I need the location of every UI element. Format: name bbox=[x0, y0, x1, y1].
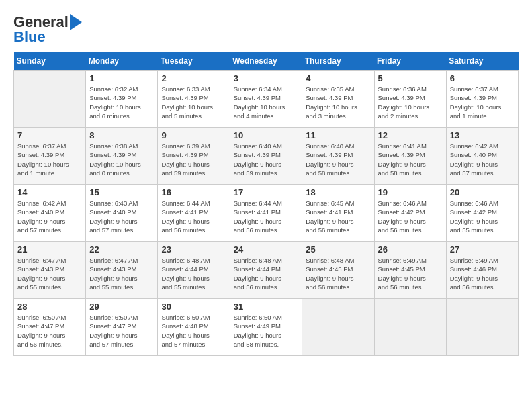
calendar-week-row: 7Sunrise: 6:37 AM Sunset: 4:39 PM Daylig… bbox=[14, 128, 519, 185]
day-info: Sunrise: 6:48 AM Sunset: 4:44 PM Dayligh… bbox=[234, 256, 299, 291]
day-info: Sunrise: 6:39 AM Sunset: 4:39 PM Dayligh… bbox=[161, 142, 226, 177]
calendar-cell: 31Sunrise: 6:50 AM Sunset: 4:49 PM Dayli… bbox=[230, 299, 302, 356]
day-info: Sunrise: 6:50 AM Sunset: 4:48 PM Dayligh… bbox=[161, 313, 226, 349]
day-info: Sunrise: 6:41 AM Sunset: 4:39 PM Dayligh… bbox=[378, 142, 443, 177]
day-info: Sunrise: 6:48 AM Sunset: 4:44 PM Dayligh… bbox=[161, 256, 226, 291]
day-info: Sunrise: 6:46 AM Sunset: 4:42 PM Dayligh… bbox=[450, 199, 515, 234]
day-number: 30 bbox=[161, 302, 226, 312]
day-number: 6 bbox=[450, 73, 515, 83]
calendar-cell: 10Sunrise: 6:40 AM Sunset: 4:39 PM Dayli… bbox=[230, 128, 302, 185]
day-number: 5 bbox=[378, 73, 443, 83]
day-info: Sunrise: 6:44 AM Sunset: 4:41 PM Dayligh… bbox=[161, 199, 226, 234]
day-info: Sunrise: 6:45 AM Sunset: 4:41 PM Dayligh… bbox=[306, 199, 370, 234]
day-info: Sunrise: 6:42 AM Sunset: 4:40 PM Dayligh… bbox=[450, 142, 515, 177]
day-info: Sunrise: 6:48 AM Sunset: 4:45 PM Dayligh… bbox=[306, 256, 370, 291]
calendar-cell: 21Sunrise: 6:47 AM Sunset: 4:43 PM Dayli… bbox=[14, 242, 86, 299]
day-info: Sunrise: 6:47 AM Sunset: 4:43 PM Dayligh… bbox=[89, 256, 154, 291]
calendar-cell: 19Sunrise: 6:46 AM Sunset: 4:42 PM Dayli… bbox=[374, 185, 446, 242]
header-wednesday: Wednesday bbox=[230, 52, 302, 71]
day-info: Sunrise: 6:50 AM Sunset: 4:49 PM Dayligh… bbox=[234, 313, 299, 349]
day-number: 10 bbox=[234, 130, 299, 140]
day-number: 19 bbox=[378, 187, 443, 197]
calendar-cell: 7Sunrise: 6:37 AM Sunset: 4:39 PM Daylig… bbox=[14, 128, 86, 185]
calendar-cell: 3Sunrise: 6:34 AM Sunset: 4:39 PM Daylig… bbox=[230, 71, 302, 128]
calendar-table: SundayMondayTuesdayWednesdayThursdayFrid… bbox=[13, 52, 519, 356]
day-number: 13 bbox=[450, 130, 515, 140]
header-monday: Monday bbox=[86, 52, 158, 71]
calendar-week-row: 14Sunrise: 6:42 AM Sunset: 4:40 PM Dayli… bbox=[14, 185, 519, 242]
calendar-cell: 9Sunrise: 6:39 AM Sunset: 4:39 PM Daylig… bbox=[158, 128, 230, 185]
calendar-cell: 28Sunrise: 6:50 AM Sunset: 4:47 PM Dayli… bbox=[14, 299, 86, 356]
header-tuesday: Tuesday bbox=[158, 52, 230, 71]
day-info: Sunrise: 6:38 AM Sunset: 4:39 PM Dayligh… bbox=[89, 142, 154, 177]
calendar-cell: 20Sunrise: 6:46 AM Sunset: 4:42 PM Dayli… bbox=[446, 185, 518, 242]
day-number: 4 bbox=[306, 73, 370, 83]
day-info: Sunrise: 6:33 AM Sunset: 4:39 PM Dayligh… bbox=[161, 85, 226, 120]
logo: General Blue bbox=[13, 13, 82, 46]
day-number: 27 bbox=[450, 244, 515, 255]
calendar-cell: 11Sunrise: 6:40 AM Sunset: 4:39 PM Dayli… bbox=[302, 128, 374, 185]
calendar-header-row: SundayMondayTuesdayWednesdayThursdayFrid… bbox=[14, 52, 519, 71]
day-number: 15 bbox=[89, 187, 154, 197]
calendar-week-row: 28Sunrise: 6:50 AM Sunset: 4:47 PM Dayli… bbox=[14, 299, 519, 356]
day-number: 3 bbox=[234, 73, 299, 83]
day-info: Sunrise: 6:40 AM Sunset: 4:39 PM Dayligh… bbox=[306, 142, 370, 177]
day-number: 18 bbox=[306, 187, 370, 197]
day-number: 14 bbox=[17, 187, 82, 197]
day-number: 26 bbox=[378, 244, 443, 255]
logo-blue: Blue bbox=[13, 28, 46, 46]
day-number: 8 bbox=[89, 130, 154, 140]
header-saturday: Saturday bbox=[446, 52, 518, 71]
page-header: General Blue bbox=[13, 13, 519, 46]
calendar-cell: 26Sunrise: 6:49 AM Sunset: 4:45 PM Dayli… bbox=[374, 242, 446, 299]
calendar-cell: 25Sunrise: 6:48 AM Sunset: 4:45 PM Dayli… bbox=[302, 242, 374, 299]
day-number: 1 bbox=[89, 73, 154, 83]
day-info: Sunrise: 6:32 AM Sunset: 4:39 PM Dayligh… bbox=[89, 85, 154, 120]
calendar-cell bbox=[14, 71, 86, 128]
calendar-cell: 13Sunrise: 6:42 AM Sunset: 4:40 PM Dayli… bbox=[446, 128, 518, 185]
day-info: Sunrise: 6:36 AM Sunset: 4:39 PM Dayligh… bbox=[378, 85, 443, 120]
day-info: Sunrise: 6:37 AM Sunset: 4:39 PM Dayligh… bbox=[17, 142, 82, 177]
calendar-cell: 8Sunrise: 6:38 AM Sunset: 4:39 PM Daylig… bbox=[86, 128, 158, 185]
calendar-cell: 24Sunrise: 6:48 AM Sunset: 4:44 PM Dayli… bbox=[230, 242, 302, 299]
day-number: 9 bbox=[161, 130, 226, 140]
calendar-cell: 14Sunrise: 6:42 AM Sunset: 4:40 PM Dayli… bbox=[14, 185, 86, 242]
calendar-cell: 1Sunrise: 6:32 AM Sunset: 4:39 PM Daylig… bbox=[86, 71, 158, 128]
day-info: Sunrise: 6:50 AM Sunset: 4:47 PM Dayligh… bbox=[89, 313, 154, 349]
day-info: Sunrise: 6:34 AM Sunset: 4:39 PM Dayligh… bbox=[234, 85, 299, 120]
calendar-cell: 23Sunrise: 6:48 AM Sunset: 4:44 PM Dayli… bbox=[158, 242, 230, 299]
day-info: Sunrise: 6:40 AM Sunset: 4:39 PM Dayligh… bbox=[234, 142, 299, 177]
header-friday: Friday bbox=[374, 52, 446, 71]
calendar-cell bbox=[446, 299, 518, 356]
calendar-cell: 15Sunrise: 6:43 AM Sunset: 4:40 PM Dayli… bbox=[86, 185, 158, 242]
day-number: 2 bbox=[161, 73, 226, 83]
day-info: Sunrise: 6:35 AM Sunset: 4:39 PM Dayligh… bbox=[306, 85, 370, 120]
day-info: Sunrise: 6:43 AM Sunset: 4:40 PM Dayligh… bbox=[89, 199, 154, 234]
logo-arrow-icon bbox=[70, 14, 82, 30]
day-number: 17 bbox=[234, 187, 299, 197]
day-info: Sunrise: 6:47 AM Sunset: 4:43 PM Dayligh… bbox=[17, 256, 82, 291]
calendar-cell: 16Sunrise: 6:44 AM Sunset: 4:41 PM Dayli… bbox=[158, 185, 230, 242]
day-info: Sunrise: 6:49 AM Sunset: 4:45 PM Dayligh… bbox=[378, 256, 443, 291]
day-number: 11 bbox=[306, 130, 370, 140]
header-thursday: Thursday bbox=[302, 52, 374, 71]
day-number: 23 bbox=[161, 244, 226, 255]
calendar-cell: 12Sunrise: 6:41 AM Sunset: 4:39 PM Dayli… bbox=[374, 128, 446, 185]
calendar-cell: 29Sunrise: 6:50 AM Sunset: 4:47 PM Dayli… bbox=[86, 299, 158, 356]
calendar-cell: 5Sunrise: 6:36 AM Sunset: 4:39 PM Daylig… bbox=[374, 71, 446, 128]
day-number: 25 bbox=[306, 244, 370, 255]
day-info: Sunrise: 6:37 AM Sunset: 4:39 PM Dayligh… bbox=[450, 85, 515, 120]
day-number: 21 bbox=[17, 244, 82, 255]
day-info: Sunrise: 6:44 AM Sunset: 4:41 PM Dayligh… bbox=[234, 199, 299, 234]
calendar-week-row: 21Sunrise: 6:47 AM Sunset: 4:43 PM Dayli… bbox=[14, 242, 519, 299]
calendar-cell bbox=[302, 299, 374, 356]
calendar-week-row: 1Sunrise: 6:32 AM Sunset: 4:39 PM Daylig… bbox=[14, 71, 519, 128]
day-info: Sunrise: 6:46 AM Sunset: 4:42 PM Dayligh… bbox=[378, 199, 443, 234]
day-info: Sunrise: 6:50 AM Sunset: 4:47 PM Dayligh… bbox=[17, 313, 82, 349]
calendar-cell: 27Sunrise: 6:49 AM Sunset: 4:46 PM Dayli… bbox=[446, 242, 518, 299]
calendar-cell bbox=[374, 299, 446, 356]
header-sunday: Sunday bbox=[14, 52, 86, 71]
calendar-cell: 17Sunrise: 6:44 AM Sunset: 4:41 PM Dayli… bbox=[230, 185, 302, 242]
calendar-cell: 6Sunrise: 6:37 AM Sunset: 4:39 PM Daylig… bbox=[446, 71, 518, 128]
day-number: 22 bbox=[89, 244, 154, 255]
